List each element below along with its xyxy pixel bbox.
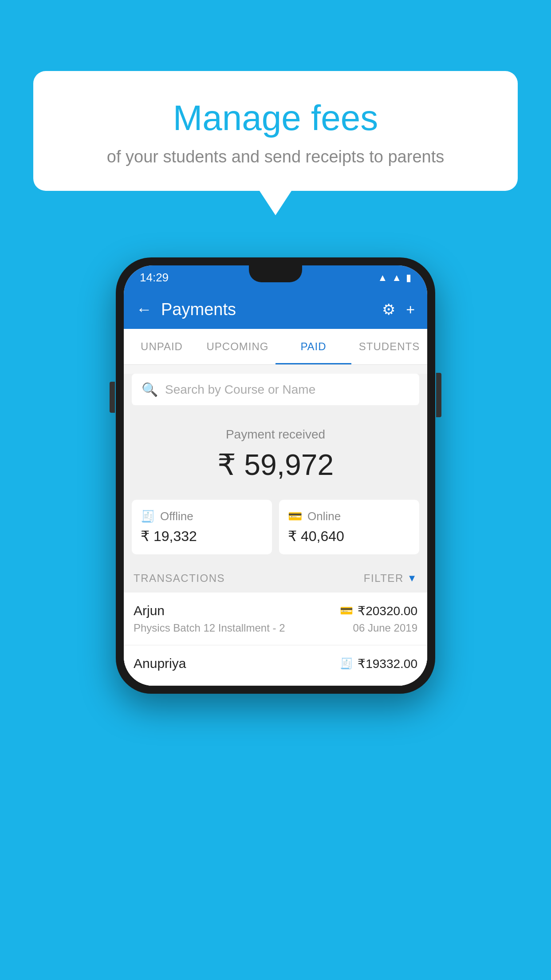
- settings-icon[interactable]: ⚙: [382, 300, 395, 318]
- transaction-row1-2: Anupriya 🧾 ₹19332.00: [134, 656, 417, 671]
- offline-label: Offline: [160, 510, 193, 523]
- tab-students[interactable]: STUDENTS: [351, 329, 427, 364]
- app-bar: ← Payments ⚙ +: [124, 290, 427, 329]
- transaction-amount-wrapper: 💳 ₹20320.00: [340, 604, 417, 618]
- offline-amount: ₹ 19,332: [141, 528, 263, 545]
- transaction-row2: Physics Batch 12 Installment - 2 06 June…: [134, 622, 417, 634]
- payment-cards: 🧾 Offline ₹ 19,332 💳 Online ₹ 40,640: [124, 491, 427, 563]
- status-bar: 14:29 ▲ ▲ ▮: [124, 265, 427, 290]
- payment-label: Payment received: [133, 427, 418, 442]
- transaction-name-2: Anupriya: [134, 656, 186, 671]
- bubble-subtitle: of your students and send receipts to pa…: [55, 147, 496, 166]
- status-icons: ▲ ▲ ▮: [378, 272, 411, 284]
- signal-icon: ▲: [392, 272, 401, 284]
- app-title: Payments: [161, 300, 373, 319]
- notch: [249, 265, 302, 282]
- transaction-row1: Arjun 💳 ₹20320.00: [134, 603, 417, 618]
- tab-unpaid[interactable]: UNPAID: [124, 329, 200, 364]
- payment-type-icon: 💳: [340, 605, 353, 617]
- content-area: 🔍 Search by Course or Name Payment recei…: [124, 374, 427, 686]
- online-card: 💳 Online ₹ 40,640: [279, 500, 419, 554]
- app-bar-actions: ⚙ +: [382, 300, 415, 318]
- offline-card-header: 🧾 Offline: [141, 510, 263, 523]
- transaction-amount-2: ₹19332.00: [358, 656, 417, 671]
- status-time: 14:29: [140, 271, 169, 285]
- transaction-amount-wrapper-2: 🧾 ₹19332.00: [340, 656, 417, 671]
- search-icon: 🔍: [142, 382, 158, 397]
- add-icon[interactable]: +: [406, 301, 415, 318]
- payment-amount: ₹ 59,972: [133, 448, 418, 482]
- offline-card: 🧾 Offline ₹ 19,332: [132, 500, 272, 554]
- tabs: UNPAID UPCOMING PAID STUDENTS: [124, 329, 427, 365]
- phone-inner: 14:29 ▲ ▲ ▮ ← Payments ⚙ + UNPAID UPCO: [124, 265, 427, 686]
- transaction-name: Arjun: [134, 603, 165, 618]
- online-icon: 💳: [288, 510, 302, 523]
- online-card-header: 💳 Online: [288, 510, 410, 523]
- offline-icon: 🧾: [141, 510, 155, 523]
- battery-icon: ▮: [406, 272, 411, 284]
- transactions-header: TRANSACTIONS FILTER ▼: [124, 563, 427, 593]
- tab-upcoming[interactable]: UPCOMING: [200, 329, 276, 364]
- speech-bubble: Manage fees of your students and send re…: [33, 71, 518, 191]
- filter-button[interactable]: FILTER ▼: [364, 572, 417, 585]
- tab-paid[interactable]: PAID: [276, 329, 351, 364]
- search-bar[interactable]: 🔍 Search by Course or Name: [132, 374, 419, 405]
- transaction-item-arjun[interactable]: Arjun 💳 ₹20320.00 Physics Batch 12 Insta…: [124, 593, 427, 645]
- bubble-title: Manage fees: [55, 98, 496, 138]
- payment-type-icon-2: 🧾: [340, 657, 353, 670]
- filter-label: FILTER: [364, 572, 404, 585]
- transaction-amount: ₹20320.00: [358, 604, 417, 618]
- phone-outer: 14:29 ▲ ▲ ▮ ← Payments ⚙ + UNPAID UPCO: [116, 257, 435, 694]
- filter-icon: ▼: [407, 573, 417, 584]
- transactions-label: TRANSACTIONS: [134, 572, 225, 585]
- wifi-icon: ▲: [378, 272, 387, 284]
- payment-received-section: Payment received ₹ 59,972: [124, 414, 427, 491]
- online-amount: ₹ 40,640: [288, 528, 410, 545]
- transaction-date: 06 June 2019: [353, 622, 417, 634]
- transaction-item-anupriya[interactable]: Anupriya 🧾 ₹19332.00: [124, 645, 427, 686]
- back-button[interactable]: ←: [136, 300, 152, 319]
- phone-mockup: 14:29 ▲ ▲ ▮ ← Payments ⚙ + UNPAID UPCO: [116, 257, 435, 694]
- search-input[interactable]: Search by Course or Name: [165, 383, 315, 397]
- online-label: Online: [307, 510, 341, 523]
- transaction-course: Physics Batch 12 Installment - 2: [134, 622, 285, 634]
